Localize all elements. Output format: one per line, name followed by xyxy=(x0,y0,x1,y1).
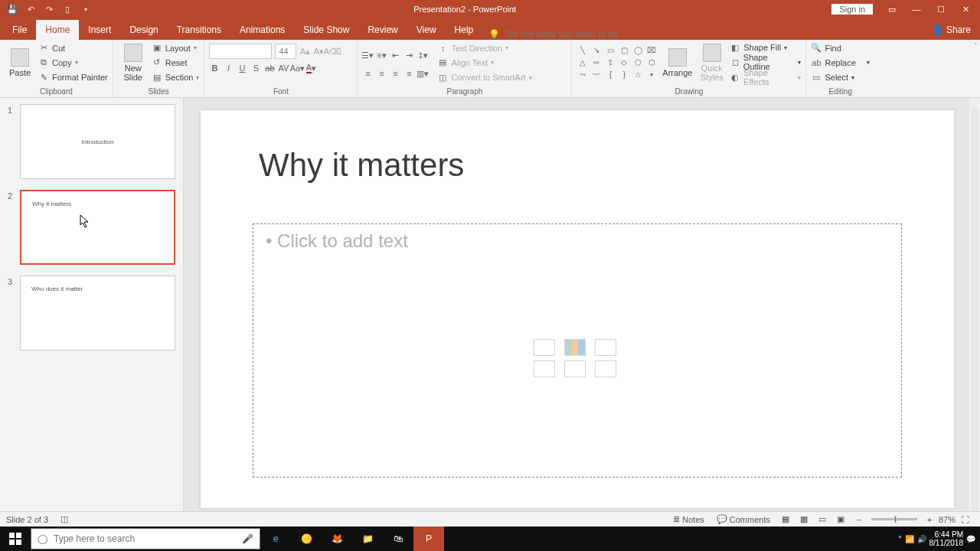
line-spacing-button[interactable]: ‡▾ xyxy=(417,50,428,60)
decrease-font-icon[interactable]: A▾ xyxy=(313,46,324,57)
slide-sorter-button[interactable]: ▩ xyxy=(795,512,813,527)
thumbnail-slide-1[interactable]: Introduction xyxy=(20,104,175,179)
shape-star-icon[interactable]: ☆ xyxy=(632,69,644,80)
ribbon-display-options-icon[interactable]: ▭ xyxy=(880,2,903,17)
find-button[interactable]: 🔍Find xyxy=(811,41,869,54)
insert-picture-icon[interactable] xyxy=(534,360,555,377)
shape-textbox-icon[interactable]: ⌧ xyxy=(645,44,658,55)
insert-smartart-icon[interactable] xyxy=(595,339,616,356)
tab-transitions[interactable]: Transitions xyxy=(168,20,230,40)
insert-table-icon[interactable] xyxy=(534,339,555,356)
replace-button[interactable]: abReplace ▾ xyxy=(811,56,869,69)
content-placeholder[interactable]: • Click to add text xyxy=(253,223,902,478)
underline-button[interactable]: U xyxy=(237,63,247,73)
reset-button[interactable]: ↺Reset xyxy=(152,56,200,69)
taskbar-powerpoint-icon[interactable]: P xyxy=(413,527,444,551)
shape-curve-icon[interactable]: 〰 xyxy=(590,69,603,80)
tab-slideshow[interactable]: Slide Show xyxy=(294,20,358,40)
convert-smartart-button[interactable]: ◫Convert to SmartArt▾ xyxy=(437,71,531,84)
tab-view[interactable]: View xyxy=(407,20,446,40)
cut-button[interactable]: ✂Cut xyxy=(38,41,108,54)
columns-button[interactable]: ▥▾ xyxy=(417,68,428,79)
share-button[interactable]: 👤 Share xyxy=(923,20,980,40)
align-left-button[interactable]: ≡ xyxy=(362,68,373,79)
quick-styles-button[interactable]: Quick Styles xyxy=(697,41,727,84)
layout-button[interactable]: ▣Layout▾ xyxy=(152,41,200,54)
align-right-button[interactable]: ≡ xyxy=(390,68,400,79)
insert-chart-icon[interactable] xyxy=(564,339,586,356)
tray-network-icon[interactable]: 📶 xyxy=(905,535,914,543)
change-case-button[interactable]: Aa▾ xyxy=(292,63,302,73)
taskbar-chrome-icon[interactable]: 🟡 xyxy=(291,527,322,551)
tab-animations[interactable]: Animations xyxy=(230,20,294,40)
minimize-button[interactable]: — xyxy=(905,2,928,17)
align-center-button[interactable]: ≡ xyxy=(376,68,387,79)
taskbar-clock[interactable]: 6:44 PM 8/11/2018 xyxy=(929,530,964,547)
shape-arrow-right-icon[interactable]: ⇨ xyxy=(590,57,603,67)
shape-connector-icon[interactable]: ⤳ xyxy=(577,69,589,80)
insert-online-picture-icon[interactable] xyxy=(564,360,586,377)
shape-triangle-icon[interactable]: △ xyxy=(577,57,589,67)
redo-icon[interactable]: ↷ xyxy=(41,2,57,17)
section-button[interactable]: ▤Section▾ xyxy=(152,71,200,84)
thumbnail-slide-3[interactable]: Who does it matter xyxy=(20,276,175,350)
shapes-gallery[interactable]: ╲↘▭▢◯⌧ △⇨⇧◇⬠⬡ ⤳〰{}☆▾ xyxy=(577,44,658,80)
fit-to-window-button[interactable]: ⛶ xyxy=(956,512,974,527)
justify-button[interactable]: ≡ xyxy=(403,68,414,79)
shape-brace-right-icon[interactable]: } xyxy=(618,69,630,80)
shape-line-icon[interactable]: ╲ xyxy=(577,44,589,55)
taskbar-search[interactable]: ◯ Type here to search 🎤 xyxy=(31,528,260,549)
sign-in-button[interactable]: Sign in xyxy=(831,4,873,15)
shape-diamond-icon[interactable]: ◇ xyxy=(618,57,630,67)
comments-button[interactable]: 💬Comments xyxy=(710,512,776,527)
mic-icon[interactable]: 🎤 xyxy=(242,533,253,544)
format-painter-button[interactable]: ✎Format Painter xyxy=(38,71,108,84)
font-family-select[interactable] xyxy=(209,44,272,59)
tab-insert[interactable]: Insert xyxy=(79,20,120,40)
shape-effects-button[interactable]: ◐Shape Effects▾ xyxy=(730,70,801,84)
slideshow-view-button[interactable]: ▣ xyxy=(831,512,850,527)
font-color-button[interactable]: A▾ xyxy=(305,63,316,73)
notes-button[interactable]: ≣Notes xyxy=(667,512,710,527)
slide-title-placeholder[interactable]: Why it matters xyxy=(259,147,464,184)
arrange-button[interactable]: Arrange xyxy=(661,41,694,84)
shape-hexagon-icon[interactable]: ⬡ xyxy=(645,57,658,67)
taskbar-edge-icon[interactable]: e xyxy=(260,527,291,551)
tray-notifications-icon[interactable]: 💬 xyxy=(966,535,975,543)
shadow-button[interactable]: S xyxy=(250,63,261,73)
zoom-level[interactable]: 87% xyxy=(939,515,956,524)
shape-brace-left-icon[interactable]: { xyxy=(604,69,616,80)
thumbnail-slide-2[interactable]: Why it matters xyxy=(20,190,175,265)
save-icon[interactable]: 💾 xyxy=(5,2,20,17)
select-button[interactable]: ▭Select▾ xyxy=(811,71,869,84)
qat-customize-icon[interactable]: ▾ xyxy=(78,2,93,17)
start-button[interactable] xyxy=(0,527,31,551)
font-size-select[interactable]: 44 xyxy=(275,44,296,59)
shape-pentagon-icon[interactable]: ⬠ xyxy=(632,57,644,67)
tab-help[interactable]: Help xyxy=(446,20,483,40)
tell-me-search[interactable]: 💡 xyxy=(488,29,642,40)
zoom-in-button[interactable]: + xyxy=(920,512,939,527)
close-button[interactable]: ✕ xyxy=(954,2,977,17)
tray-volume-icon[interactable]: 🔊 xyxy=(917,535,926,543)
tell-me-input[interactable] xyxy=(505,29,642,40)
insert-video-icon[interactable] xyxy=(595,360,616,377)
char-spacing-button[interactable]: AV xyxy=(278,63,289,73)
paste-button[interactable]: Paste xyxy=(5,41,35,84)
shape-outline-button[interactable]: ◻Shape Outline▾ xyxy=(730,55,801,69)
shape-line-arrow-icon[interactable]: ↘ xyxy=(590,44,603,55)
tab-home[interactable]: Home xyxy=(36,20,79,40)
align-text-button[interactable]: ▤Align Text▾ xyxy=(437,56,531,69)
taskbar-explorer-icon[interactable]: 📁 xyxy=(352,527,383,551)
decrease-indent-button[interactable]: ⇤ xyxy=(390,50,400,60)
tab-file[interactable]: File xyxy=(3,20,36,40)
italic-button[interactable]: I xyxy=(223,63,234,73)
tray-chevron-icon[interactable]: ˄ xyxy=(898,535,902,543)
new-slide-button[interactable]: New Slide xyxy=(118,41,149,84)
shape-rect-icon[interactable]: ▭ xyxy=(604,44,616,55)
shape-more-icon[interactable]: ▾ xyxy=(645,69,658,80)
reading-view-button[interactable]: ▭ xyxy=(813,512,831,527)
shape-fill-button[interactable]: ◧Shape Fill▾ xyxy=(730,41,801,54)
shape-oval-icon[interactable]: ◯ xyxy=(632,44,644,55)
start-from-beginning-icon[interactable]: ▯ xyxy=(60,2,75,17)
